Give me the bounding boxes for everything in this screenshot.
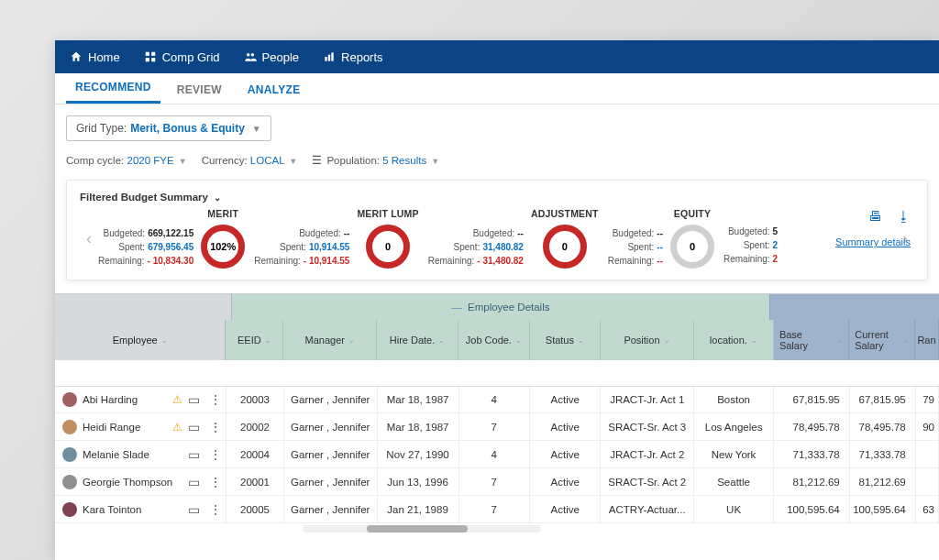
cell-manager: Garner , Jennifer (284, 441, 378, 467)
cell-base-salary: 100,595.64 (774, 496, 850, 522)
cell-status: Active (530, 441, 601, 467)
cell-ran (916, 441, 939, 467)
filter-bar: Comp cycle: 2020 FYE ▼ Currency: LOCAL ▼… (55, 147, 939, 174)
summary-metric: Budgeted:-- Spent:-- Remaining:-- EQUITY… (608, 208, 714, 269)
nav-reports[interactable]: Reports (323, 50, 383, 64)
col-job[interactable]: Job Code.⌄ (458, 320, 530, 360)
cell-base-salary: 67,815.95 (774, 387, 850, 412)
summary-metric: Budgeted:-- Spent:10,914.55 Remaining:- … (254, 208, 419, 269)
cell-base-salary: 78,495.78 (774, 413, 850, 440)
cell-hire: Mar 18, 1987 (378, 413, 459, 440)
col-status[interactable]: Status⌄ (530, 320, 602, 360)
chevron-down-icon: ⌄ (214, 192, 221, 203)
table-row[interactable]: Kara Tointon ▭ ⋮ 20005 Garner , Jennifer… (55, 496, 939, 523)
cell-eeid: 20001 (226, 468, 284, 495)
col-employee[interactable]: Employee⌄ (55, 320, 226, 360)
comment-icon[interactable]: ▭ (188, 475, 200, 489)
svg-rect-8 (331, 52, 333, 60)
col-eeid[interactable]: EEID⌄ (226, 320, 283, 360)
cell-job: 7 (459, 496, 530, 522)
nav-reports-label: Reports (341, 50, 383, 64)
home-icon (70, 50, 83, 63)
comment-icon[interactable]: ▭ (188, 420, 200, 434)
nav-people[interactable]: People (244, 50, 299, 64)
nav-home[interactable]: Home (70, 50, 120, 64)
currency-selector[interactable]: LOCAL ▼ (250, 155, 297, 166)
avatar (62, 392, 77, 407)
employee-cell: Abi Harding ⚠ ▭ ⋮ (55, 387, 226, 412)
population-selector[interactable]: 5 Results ▼ (382, 155, 439, 166)
svg-point-4 (246, 53, 249, 57)
cycle-selector[interactable]: 2020 FYE ▼ (127, 155, 186, 166)
col-position[interactable]: Position⌄ (601, 320, 694, 360)
col-current-salary[interactable]: Current Salary⌄ (849, 320, 915, 360)
more-icon[interactable]: ⋮ (205, 447, 226, 462)
summary-toggle[interactable]: Filtered Budget Summary ⌄ (80, 192, 914, 203)
col-location[interactable]: location.⌄ (694, 320, 774, 360)
employee-name: Heidi Range (83, 422, 167, 433)
cell-ran (916, 468, 939, 495)
cell-hire: Mar 18, 1987 (378, 387, 459, 412)
sub-nav: RECOMMEND REVIEW ANALYZE (55, 73, 939, 104)
cell-hire: Jun 13, 1996 (378, 468, 459, 495)
employee-cell: Heidi Range ⚠ ▭ ⋮ (55, 413, 226, 440)
avatar (62, 475, 77, 489)
cell-position: JRACT-Jr. Act 1 (601, 387, 694, 412)
grid-type-selector[interactable]: Grid Type: Merit, Bonus & Equity ▼ (66, 115, 271, 141)
top-nav: Home Comp Grid People Reports (55, 40, 939, 73)
print-icon[interactable]: 🖶 (868, 208, 882, 224)
more-icon[interactable]: ⋮ (205, 475, 226, 489)
metric-title: MERIT LUMP (357, 208, 418, 219)
cell-hire: Jan 21, 1989 (378, 496, 459, 522)
download-icon[interactable]: ⭳ (897, 208, 911, 224)
col-base-salary[interactable]: Base Salary⌄ (774, 320, 849, 360)
more-icon[interactable]: ⋮ (205, 420, 226, 434)
svg-rect-7 (328, 55, 330, 61)
metric-ring: 0 (543, 225, 587, 269)
table-row[interactable]: Heidi Range ⚠ ▭ ⋮ 20002 Garner , Jennife… (55, 413, 939, 441)
comment-icon[interactable]: ▭ (188, 392, 200, 407)
summary-details-link[interactable]: Summary details (835, 236, 911, 247)
col-ran[interactable]: Ran (915, 320, 939, 360)
budget-summary-card: Filtered Budget Summary ⌄ ‹ Budgeted:669… (66, 180, 928, 280)
cell-eeid: 20002 (226, 413, 284, 440)
summary-prev[interactable]: ‹ (80, 229, 98, 248)
tab-analyze[interactable]: ANALYZE (238, 76, 310, 104)
more-icon[interactable]: ⋮ (205, 502, 226, 517)
employee-cell: Melanie Slade ▭ ⋮ (55, 441, 226, 467)
comment-icon[interactable]: ▭ (188, 502, 200, 517)
nav-comp-grid[interactable]: Comp Grid (144, 50, 220, 64)
tab-recommend[interactable]: RECOMMEND (66, 73, 160, 104)
col-hire[interactable]: Hire Date.⌄ (377, 320, 458, 360)
group-salary (769, 294, 939, 320)
metric-ring: 102% (201, 225, 245, 269)
summary-title: Filtered Budget Summary (80, 192, 208, 203)
svg-rect-0 (145, 52, 149, 56)
tab-review[interactable]: REVIEW (168, 76, 231, 104)
more-icon[interactable]: ⋮ (205, 392, 226, 407)
employee-cell: Kara Tointon ▭ ⋮ (55, 496, 226, 522)
cell-position: JRACT-Jr. Act 2 (601, 441, 694, 467)
cell-status: Active (530, 413, 601, 440)
metric-title: ADJUSTMENT (531, 208, 599, 219)
people-icon (244, 50, 257, 63)
employee-grid: —Employee Details Employee⌄ EEID⌄ Manage… (55, 293, 939, 533)
cell-position: ACTRY-Actuar... (601, 496, 694, 522)
avatar (62, 420, 77, 434)
filter-icon: ☰ (312, 155, 322, 166)
cell-position: SRACT-Sr. Act 2 (601, 468, 694, 495)
warning-icon: ⚠ (172, 421, 182, 434)
cell-ran: 63 (916, 496, 939, 522)
summary-metric: Budgeted:5 Spent:2 Remaining:2 (724, 208, 778, 266)
comment-icon[interactable]: ▭ (188, 447, 200, 462)
nav-people-label: People (262, 50, 299, 64)
horizontal-scrollbar[interactable] (303, 525, 541, 533)
cell-location: UK (694, 496, 774, 522)
sort-icon: ⌄ (161, 336, 168, 345)
table-row[interactable]: Melanie Slade ▭ ⋮ 20004 Garner , Jennife… (55, 441, 939, 468)
cell-current-salary: 78,495.78 (850, 413, 916, 440)
table-row[interactable]: Georgie Thompson ▭ ⋮ 20001 Garner , Jenn… (55, 468, 939, 496)
table-row[interactable]: Abi Harding ⚠ ▭ ⋮ 20003 Garner , Jennife… (55, 386, 939, 413)
col-manager[interactable]: Manager⌄ (283, 320, 377, 360)
cell-eeid: 20004 (226, 441, 284, 467)
